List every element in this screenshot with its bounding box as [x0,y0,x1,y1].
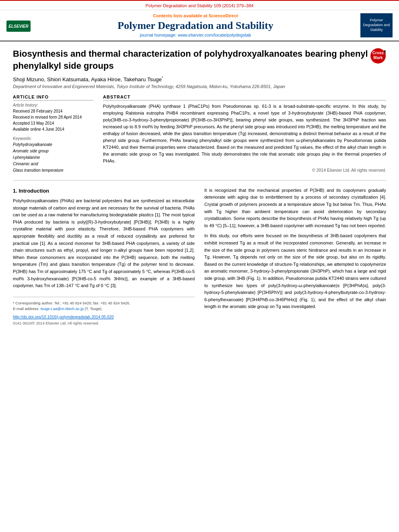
corresponding-superscript: * [162,76,163,80]
footnote-email: E-mail address: tsuge.t.aa@m.titech.ac.j… [13,306,195,312]
email-note: (T. Tsuge). [85,306,103,311]
journal-header: ELSEVIER Contents lists available at Sci… [0,10,399,41]
keyword-2: Aromatic side group [13,148,93,154]
intro-col2-para2: In this study, our efforts were focused … [204,232,386,310]
journal-logo-box: Polymer Degradation and Stability [360,13,393,37]
svg-text:Mark: Mark [373,55,383,60]
footnote-area: * Corresponding author. Tel.: +81 45 924… [13,297,195,327]
info-abstract-section: ARTICLE INFO Article history: Received 2… [13,94,386,174]
journal-header-center: Contents lists available at ScienceDirec… [35,13,356,37]
elsevier-label: ELSEVIER [8,24,28,29]
article-info-panel: ARTICLE INFO Article history: Received 2… [13,94,93,174]
email-label: E-mail address: [13,306,39,311]
logo-text: Polymer Degradation and Stability [362,18,391,32]
received-revised-date: Received in revised form 28 April 2014 [13,114,93,120]
authors-line: Shoji Mizuno, Shiori Katsumata, Ayaka Hi… [13,76,386,82]
keywords-list: Polyhydroxyalkanoate Aromatic side group… [13,142,93,174]
tel-text: Tel.: +81 45 924 5420; fax: +81 45 924 5… [54,301,130,305]
corresponding-label: * Corresponding author. [13,301,53,305]
content-wrapper: Biosynthesis and thermal characterizatio… [0,41,399,334]
journal-homepage: journal homepage: www.elsevier.com/locat… [35,33,356,37]
body-section: 1. Introduction Polyhydroxyalkanoates (P… [13,187,386,327]
keyword-3: l-phenylalanine [13,154,93,161]
email-address[interactable]: tsuge.t.aa@m.titech.ac.jp [41,306,84,311]
keywords-label: Keywords: [13,136,93,141]
elsevier-logo: ELSEVIER [6,21,31,32]
intro-title: Introduction [19,188,49,194]
keyword-1: Polyhydroxyalkanoate [13,142,93,148]
body-left-col: 1. Introduction Polyhydroxyalkanoates (P… [13,187,195,327]
science-direct-link-text[interactable]: ScienceDirect [209,13,238,18]
homepage-label: journal homepage: [140,33,177,37]
footnote-corresponding: * Corresponding author. Tel.: +81 45 924… [13,300,195,306]
article-title-section: Biosynthesis and thermal characterizatio… [13,48,386,72]
science-direct-line: Contents lists available at ScienceDirec… [35,13,356,18]
doi-link[interactable]: http://dx.doi.org/10.1016/j.polymdegrads… [13,314,195,320]
journal-reference-bar: Polymer Degradation and Stability 109 (2… [0,1,399,10]
crossmark-badge[interactable]: Cross Mark [370,48,386,65]
journal-title: Polymer Degradation and Stability [35,20,356,32]
crossmark-icon: Cross Mark [370,48,386,64]
article-title: Biosynthesis and thermal characterizatio… [13,48,386,72]
section-divider [13,180,386,181]
homepage-url[interactable]: www.elsevier.com/locate/polydegstab [178,33,251,37]
abstract-panel: ABSTRACT Polyhydroxyalkanoate (PHA) synt… [103,94,386,174]
article-info-title: ARTICLE INFO [13,94,93,101]
abstract-title: ABSTRACT [103,94,386,101]
keyword-5: Glass transition temperature [13,167,93,174]
body-right-col: It is recognized that the mechanical pro… [204,187,386,327]
authors-text: Shoji Mizuno, Shiori Katsumata, Ayaka Hi… [13,76,162,82]
intro-col2-para1: It is recognized that the mechanical pro… [204,187,386,230]
contents-text: Contents lists available at [153,13,208,18]
abstract-text: Polyhydroxyalkanoate (PHA) synthase 1 (P… [103,103,386,164]
svg-text:Cross: Cross [372,51,384,55]
elsevier-icon: ELSEVIER [6,21,31,32]
issn-text: 0141-3910/© 2014 Elsevier Ltd. All right… [13,320,195,327]
copyright-text: © 2014 Elsevier Ltd. All rights reserved… [103,168,386,173]
affiliation-text: Department of Innovative and Engineered … [13,84,386,89]
accepted-date: Accepted 13 May 2014 [13,120,93,126]
intro-number: 1. [13,188,17,194]
received-date: Received 28 February 2014 [13,108,93,114]
keyword-4: Cinnamic acid [13,161,93,167]
journal-ref-text: Polymer Degradation and Stability 109 (2… [146,3,253,8]
history-label: Article history: [13,103,93,107]
intro-col1-para1: Polyhydroxyalkanoates (PHAs) are bacteri… [13,197,195,290]
available-date: Available online 4 June 2014 [13,126,93,132]
intro-heading: 1. Introduction [13,187,195,195]
